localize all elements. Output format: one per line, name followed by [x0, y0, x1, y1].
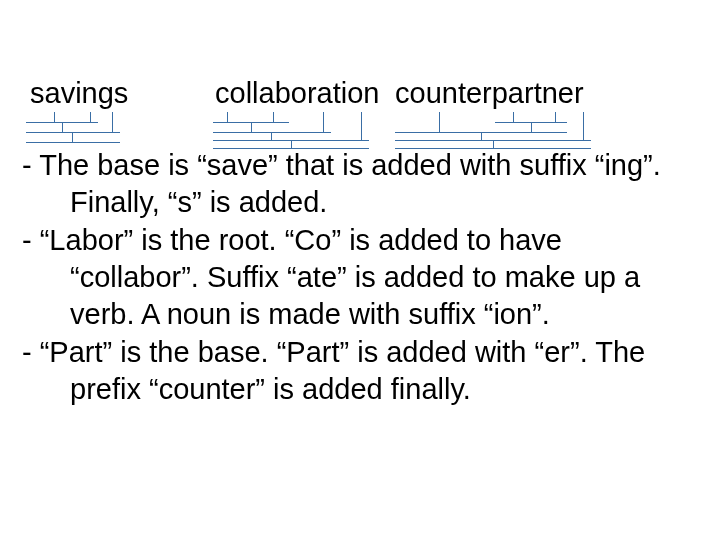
word-block-collaboration: collaboration: [215, 78, 385, 110]
body-text: - The base is “save” that is added with …: [22, 148, 698, 408]
word-counterpartner: counterpartner: [395, 78, 595, 110]
word-savings: savings: [30, 78, 200, 110]
bullet-1-line-1: - The base is “save” that is added with …: [22, 148, 698, 183]
bullet-3-line-2: prefix “counter” is added finally.: [70, 372, 698, 407]
bullet-2-line-2: “collabor”. Suffix “ate” is added to mak…: [70, 260, 698, 295]
bullet-3-line-1: - “Part” is the base. “Part” is added wi…: [22, 335, 698, 370]
words-row: savings collaboration: [0, 78, 720, 110]
bullet-1-line-2: Finally, “s” is added.: [70, 185, 698, 220]
word-block-savings: savings: [30, 78, 200, 110]
bullet-2-line-1: - “Labor” is the root. “Co” is added to …: [22, 223, 698, 258]
word-block-counterpartner: counterpartner: [395, 78, 595, 110]
word-collaboration: collaboration: [215, 78, 385, 110]
bullet-2-line-3: verb. A noun is made with suffix “ion”.: [70, 297, 698, 332]
